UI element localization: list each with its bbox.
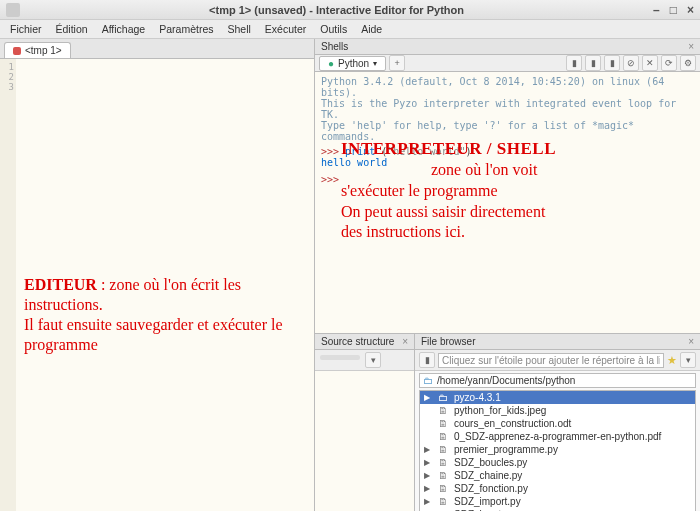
file-row[interactable]: 🗎python_for_kids.jpeg (420, 404, 695, 417)
app-icon (6, 3, 20, 17)
file-name: cours_en_construction.odt (454, 418, 571, 429)
file-row[interactable]: ▶🗎premier_programme.py (420, 443, 695, 456)
python-icon: ● (328, 58, 334, 69)
source-structure-title: Source structure (321, 336, 394, 347)
path-text: /home/yann/Documents/python (437, 375, 575, 386)
file-name: SDZ_fonction.py (454, 483, 528, 494)
file-name: python_for_kids.jpeg (454, 405, 546, 416)
shell-tool-6[interactable]: ⟳ (661, 55, 677, 71)
editor-pane: <tmp 1> 1 2 3 EDITEUR : zone où l'on écr… (0, 39, 315, 511)
shell-tab-bar: ● Python ▾ + ▮ ▮ ▮ ⊘ ✕ ⟳ ⚙ (315, 55, 700, 72)
menu-shell[interactable]: Shell (222, 21, 257, 37)
close-button[interactable]: × (687, 3, 694, 17)
structure-filter-button[interactable]: ▾ (365, 352, 381, 368)
menu-outils[interactable]: Outils (314, 21, 353, 37)
menu-executer[interactable]: Exécuter (259, 21, 312, 37)
file-name: SDZ_chaine.py (454, 470, 522, 481)
file-name: premier_programme.py (454, 444, 558, 455)
menu-fichier[interactable]: Fichier (4, 21, 48, 37)
shell-tool-1[interactable]: ▮ (566, 55, 582, 71)
shell-tool-7[interactable]: ⚙ (680, 55, 696, 71)
path-bar[interactable]: 🗀 /home/yann/Documents/python (419, 373, 696, 388)
source-structure-panel: Source structure × ▾ (315, 334, 415, 511)
annotation-editor: EDITEUR : zone où l'on écrit les instruc… (24, 275, 304, 355)
shell-tool-2[interactable]: ▮ (585, 55, 601, 71)
menu-parametres[interactable]: Paramètres (153, 21, 219, 37)
fb-hint-field[interactable] (438, 353, 664, 368)
minimize-button[interactable]: – (653, 3, 660, 17)
line-number-gutter: 1 2 3 (0, 59, 16, 511)
menu-aide[interactable]: Aide (355, 21, 388, 37)
editor-tab[interactable]: <tmp 1> (4, 42, 71, 58)
file-icon: 🗎 (438, 470, 450, 481)
menu-bar: Fichier Édition Affichage Paramètres She… (0, 20, 700, 39)
file-browser-title: File browser (421, 336, 475, 347)
editor-tab-label: <tmp 1> (25, 45, 62, 56)
fb-menu-button[interactable]: ▾ (680, 352, 696, 368)
chevron-down-icon[interactable]: ▾ (373, 59, 377, 68)
annotation-shell: INTERPRETEUR / SHELL zone où l'on voit s… (341, 138, 556, 243)
shell-output[interactable]: Python 3.4.2 (default, Oct 8 2014, 10:45… (315, 72, 700, 334)
code-editor[interactable]: 1 2 3 EDITEUR : zone où l'on écrit les i… (0, 59, 314, 511)
shells-panel-header: Shells × (315, 39, 700, 55)
new-shell-button[interactable]: + (389, 55, 405, 71)
shell-tool-5[interactable]: ✕ (642, 55, 658, 71)
file-name: SDZ_import.py (454, 496, 521, 507)
file-icon: 🗎 (438, 483, 450, 494)
file-row[interactable]: 🗎cours_en_construction.odt (420, 417, 695, 430)
file-icon: 🗎 (438, 457, 450, 468)
file-icon: 🗎 (438, 405, 450, 416)
unsaved-indicator-icon (13, 47, 21, 55)
structure-slider[interactable] (320, 355, 360, 360)
folder-row-selected[interactable]: ▶ 🗀 pyzo-4.3.1 (420, 391, 695, 404)
shell-tool-3[interactable]: ▮ (604, 55, 620, 71)
panel-close-icon[interactable]: × (688, 41, 694, 52)
star-icon[interactable]: ★ (667, 354, 677, 367)
file-icon: 🗎 (438, 444, 450, 455)
file-row[interactable]: ▶🗎SDZ_import.py (420, 495, 695, 508)
file-icon: 🗎 (438, 431, 450, 442)
folder-icon: 🗀 (438, 392, 450, 403)
fb-tool-icon[interactable]: ▮ (419, 352, 435, 368)
window-title: <tmp 1> (unsaved) - Interactive Editor f… (20, 4, 653, 16)
menu-edition[interactable]: Édition (50, 21, 94, 37)
panel-close-icon[interactable]: × (402, 336, 408, 347)
expand-arrow-icon[interactable]: ▶ (424, 393, 434, 402)
shell-tab[interactable]: ● Python ▾ (319, 56, 386, 71)
folder-icon: 🗀 (423, 375, 433, 386)
file-list[interactable]: ▶ 🗀 pyzo-4.3.1 🗎python_for_kids.jpeg 🗎co… (419, 390, 696, 511)
file-name: 0_SDZ-apprenez-a-programmer-en-python.pd… (454, 431, 661, 442)
file-name: pyzo-4.3.1 (454, 392, 501, 403)
file-browser-panel: File browser × ▮ ★ ▾ 🗀 /home/yann/Docume… (415, 334, 700, 511)
shells-panel-title: Shells (321, 41, 348, 52)
editor-tab-bar: <tmp 1> (0, 39, 314, 59)
window-titlebar: <tmp 1> (unsaved) - Interactive Editor f… (0, 0, 700, 20)
shell-tool-4[interactable]: ⊘ (623, 55, 639, 71)
maximize-button[interactable]: □ (670, 3, 677, 17)
menu-affichage[interactable]: Affichage (96, 21, 152, 37)
file-row[interactable]: ▶🗎SDZ_boucles.py (420, 456, 695, 469)
file-row[interactable]: ▶🗎SDZ_fonction.py (420, 482, 695, 495)
file-icon: 🗎 (438, 418, 450, 429)
shell-tab-label: Python (338, 58, 369, 69)
file-row[interactable]: ▶🗎SDZ_chaine.py (420, 469, 695, 482)
panel-close-icon[interactable]: × (688, 336, 694, 347)
file-name: SDZ_boucles.py (454, 457, 527, 468)
file-icon: 🗎 (438, 496, 450, 507)
file-row[interactable]: 🗎0_SDZ-apprenez-a-programmer-en-python.p… (420, 430, 695, 443)
